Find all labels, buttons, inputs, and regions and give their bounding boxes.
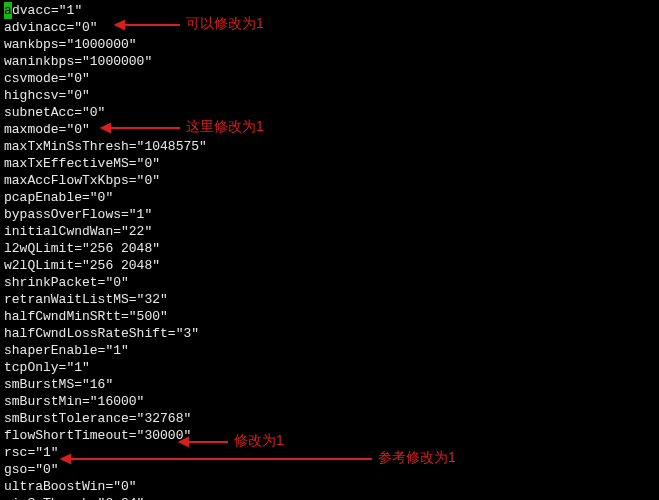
- config-line: gso="0": [4, 461, 655, 478]
- config-line: pcapEnable="0": [4, 189, 655, 206]
- config-line: ultraBoostWin="0": [4, 478, 655, 495]
- config-line: highcsv="0": [4, 87, 655, 104]
- config-line: waninkbps="1000000": [4, 53, 655, 70]
- config-line: rsc="1": [4, 444, 655, 461]
- config-line: flowShortTimeout="30000": [4, 427, 655, 444]
- config-line: advinacc="0": [4, 19, 655, 36]
- config-line: l2wQLimit="256 2048": [4, 240, 655, 257]
- config-line: bypassOverFlows="1": [4, 206, 655, 223]
- config-line: maxAccFlowTxKbps="0": [4, 172, 655, 189]
- config-line: w2lQLimit="256 2048": [4, 257, 655, 274]
- config-text: dvacc="1": [12, 3, 82, 18]
- config-line: halfCwndMinSRtt="500": [4, 308, 655, 325]
- config-line: maxmode="0": [4, 121, 655, 138]
- config-line: maxTxMinSsThresh="1048575": [4, 138, 655, 155]
- config-line: shrinkPacket="0": [4, 274, 655, 291]
- config-line: retranWaitListMS="32": [4, 291, 655, 308]
- cursor: a: [4, 2, 12, 19]
- config-line: advacc="1": [4, 2, 655, 19]
- config-line: maxTxEffectiveMS="0": [4, 155, 655, 172]
- config-line: wankbps="1000000": [4, 36, 655, 53]
- config-line: subnetAcc="0": [4, 104, 655, 121]
- terminal-output[interactable]: advacc="1"advinacc="0"wankbps="1000000"w…: [0, 0, 659, 500]
- config-line: smBurstMS="16": [4, 376, 655, 393]
- config-line: minSsThresh="8 24": [4, 495, 655, 500]
- config-line: smBurstTolerance="32768": [4, 410, 655, 427]
- config-line: initialCwndWan="22": [4, 223, 655, 240]
- config-line: tcpOnly="1": [4, 359, 655, 376]
- config-line: smBurstMin="16000": [4, 393, 655, 410]
- config-line: shaperEnable="1": [4, 342, 655, 359]
- config-line: csvmode="0": [4, 70, 655, 87]
- config-line: halfCwndLossRateShift="3": [4, 325, 655, 342]
